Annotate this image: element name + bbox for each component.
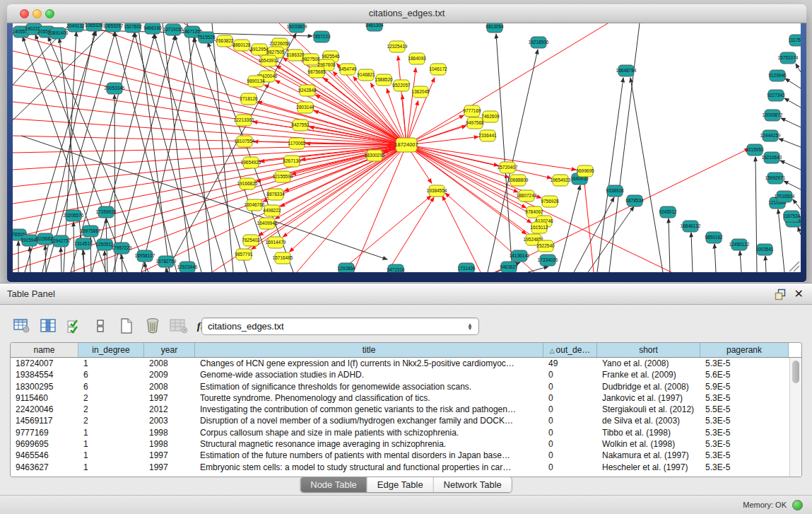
- table-cell[interactable]: Stergiakouli et al. (2012): [597, 404, 700, 415]
- table-row[interactable]: 946362711997Embryonic stem cells: a mode…: [11, 462, 801, 473]
- column-header-short[interactable]: short: [597, 343, 700, 357]
- graph-node[interactable]: 20891406: [48, 28, 69, 39]
- graph-node[interactable]: 6522057: [392, 80, 411, 91]
- column-header-title[interactable]: title: [195, 343, 543, 357]
- graph-node[interactable]: 9146821: [357, 69, 375, 81]
- table-cell[interactable]: Tibbo et al. (1998): [597, 427, 700, 438]
- graph-node[interactable]: 16046766: [245, 199, 265, 211]
- graph-node[interactable]: 9890134: [247, 76, 265, 87]
- graph-node[interactable]: 2049132: [66, 23, 85, 32]
- network-canvas[interactable]: 1405574190225120557242089140620491321065…: [13, 23, 801, 272]
- table-cell[interactable]: 5.3E-5: [700, 392, 789, 404]
- graph-node[interactable]: 8267130: [283, 156, 301, 167]
- graph-node[interactable]: 1731426: [457, 263, 476, 272]
- graph-node[interactable]: 19654925: [241, 157, 261, 168]
- table-cell[interactable]: 5.3E-5: [700, 358, 789, 369]
- graph-node[interactable]: 19654923: [551, 175, 571, 186]
- graph-node[interactable]: 9472316: [387, 264, 405, 272]
- graph-node[interactable]: 1292864: [337, 263, 355, 272]
- graph-node[interactable]: 18107554: [235, 136, 255, 147]
- table-cell[interactable]: 5.3E-5: [700, 438, 789, 450]
- graph-node[interactable]: 7625402: [242, 235, 260, 246]
- minimize-traffic-button[interactable]: [33, 9, 42, 18]
- network-window-titlebar[interactable]: citations_edges.txt: [7, 4, 806, 23]
- graph-node[interactable]: 8461304: [365, 23, 384, 31]
- table-cell[interactable]: Genome-wide association studies in ADHD.: [195, 369, 543, 380]
- graph-node[interactable]: 1588520: [375, 74, 393, 86]
- table-cell[interactable]: Disruption of a novel member of a sodium…: [195, 415, 543, 426]
- graph-node[interactable]: 12444159: [760, 130, 781, 141]
- graph-node[interactable]: 1864093: [408, 53, 426, 64]
- resize-grip-icon[interactable]: [789, 262, 799, 271]
- graph-node[interactable]: 16782759: [156, 256, 177, 267]
- table-row[interactable]: 1938455462009Genome-wide association stu…: [11, 369, 801, 380]
- new-column-icon[interactable]: [117, 317, 136, 335]
- table-cell[interactable]: 1: [78, 358, 144, 369]
- table-cell[interactable]: 9463627: [11, 462, 78, 473]
- table-cell[interactable]: 5.3E-5: [700, 415, 789, 426]
- graph-node[interactable]: 6878534: [625, 195, 644, 206]
- graph-node[interactable]: 19166825: [237, 178, 258, 189]
- delete-column-icon[interactable]: [143, 317, 162, 335]
- graph-node[interactable]: 14136141: [510, 250, 530, 262]
- column-header-name[interactable]: name: [11, 343, 78, 357]
- graph-node[interactable]: 1003541: [755, 244, 774, 255]
- graph-node[interactable]: 16033809: [287, 23, 307, 33]
- table-cell[interactable]: Embryonic stem cells: a model to study s…: [195, 462, 543, 473]
- graph-node[interactable]: 9777169: [463, 105, 481, 117]
- table-cell[interactable]: Nakamura et al. (1997): [597, 450, 700, 461]
- select-rows-icon[interactable]: [65, 317, 83, 335]
- table-cell[interactable]: 2003: [144, 415, 195, 426]
- float-window-icon[interactable]: [775, 288, 787, 300]
- close-traffic-button[interactable]: [20, 9, 29, 18]
- graph-node[interactable]: 2718126: [240, 93, 258, 105]
- graph-node[interactable]: 2803144: [296, 102, 314, 113]
- table-cell[interactable]: 2: [78, 392, 144, 404]
- graph-node[interactable]: 8813054: [486, 23, 504, 33]
- graph-node[interactable]: 10653267: [103, 23, 124, 32]
- table-cell[interactable]: 5.6E-5: [700, 369, 789, 380]
- graph-node[interactable]: 16210643: [762, 152, 782, 163]
- graph-node[interactable]: 8427552: [291, 119, 310, 131]
- graph-node[interactable]: 16914479: [266, 237, 286, 248]
- table-cell[interactable]: 0: [543, 438, 597, 450]
- table-cell[interactable]: 1: [78, 427, 144, 438]
- tab-edge-table[interactable]: Edge Table: [367, 477, 434, 492]
- graph-node[interactable]: 7515526: [197, 32, 216, 43]
- graph-node[interactable]: 9227343: [767, 90, 785, 101]
- graph-node[interactable]: 9857791: [235, 249, 253, 260]
- graph-node[interactable]: 12450122: [729, 239, 750, 250]
- graph-node[interactable]: 20206576: [64, 210, 84, 221]
- table-cell[interactable]: 0: [543, 427, 597, 438]
- zoom-traffic-button[interactable]: [45, 9, 54, 18]
- graph-node[interactable]: 8878334: [266, 189, 285, 200]
- graph-node[interactable]: 9756928: [541, 196, 559, 207]
- graph-node[interactable]: 18300295: [365, 150, 385, 161]
- table-cell[interactable]: Changes of HCN gene expression and I(f) …: [195, 358, 543, 369]
- column-header-year[interactable]: year: [144, 343, 195, 357]
- graph-node[interactable]: 8454749: [339, 64, 357, 75]
- graph-node[interactable]: 12155594: [273, 171, 293, 182]
- table-cell[interactable]: 0: [543, 381, 597, 392]
- table-cell[interactable]: 0: [543, 392, 597, 404]
- graph-node[interactable]: 1170065: [288, 138, 306, 149]
- table-cell[interactable]: 5.5E-5: [700, 404, 789, 415]
- table-cell[interactable]: 5.3E-5: [700, 462, 789, 473]
- graph-node[interactable]: 16958107: [135, 250, 155, 262]
- table-cell[interactable]: Structural magnetic resonance image aver…: [195, 438, 543, 450]
- graph-hub-node[interactable]: 18724007: [394, 138, 418, 152]
- graph-node[interactable]: 2336441: [478, 130, 497, 141]
- table-cell[interactable]: 1997: [144, 450, 195, 461]
- table-cell[interactable]: 6: [78, 369, 144, 380]
- graph-node[interactable]: 7663822: [216, 35, 234, 47]
- scrollbar-thumb[interactable]: [792, 361, 799, 383]
- column-header-in_degree[interactable]: in_degree: [78, 343, 144, 357]
- graph-node[interactable]: 17957223: [112, 243, 132, 254]
- graph-node[interactable]: 2522540: [536, 240, 555, 252]
- table-row[interactable]: 1872400712008Changes of HCN gene express…: [11, 358, 801, 369]
- graph-node[interactable]: 9497568: [466, 117, 484, 129]
- table-cell[interactable]: 22420046: [11, 404, 78, 415]
- table-cell[interactable]: Corpus callosum shape and size in male p…: [195, 427, 543, 438]
- table-cell[interactable]: 5.3E-5: [700, 450, 789, 461]
- graph-node[interactable]: 9875685: [307, 66, 326, 78]
